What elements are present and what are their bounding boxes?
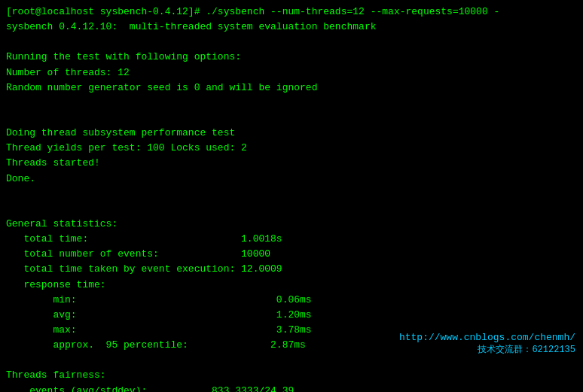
terminal-line-version: sysbench 0.4.12.10: multi-threaded syste… <box>6 20 577 35</box>
terminal-line-total-time: total time: 1.0018s <box>6 232 577 247</box>
terminal-line-yields: Thread yields per test: 100 Locks used: … <box>6 141 577 156</box>
terminal-line-threads: Number of threads: 12 <box>6 65 577 81</box>
terminal-line-response: response time: <box>6 278 577 293</box>
terminal-line-doing: Doing thread subsystem performance test <box>6 126 577 141</box>
terminal-line-events-fair: events (avg/stddev): 833.3333/24.39 <box>6 384 577 392</box>
terminal-line-done: Done. <box>6 172 577 187</box>
watermark-url: http://www.cnblogs.com/chenmh/ <box>399 332 575 343</box>
terminal-line-min: min: 0.06ms <box>6 293 577 308</box>
terminal-line-total-events: total number of events: 10000 <box>6 247 577 262</box>
terminal-line-started: Threads started! <box>6 156 577 171</box>
terminal-line-avg: avg: 1.20ms <box>6 308 577 323</box>
terminal-line-cmd: [root@localhost sysbench-0.4.12]# ./sysb… <box>6 5 577 20</box>
terminal-line-random: Random number generator seed is 0 and wi… <box>6 81 577 96</box>
terminal: [root@localhost sysbench-0.4.12]# ./sysb… <box>0 0 583 392</box>
terminal-line-general: General statistics: <box>6 217 577 232</box>
terminal-line-fairness: Threads fairness: <box>6 368 577 383</box>
terminal-line-running: Running the test with following options: <box>6 50 577 65</box>
watermark: http://www.cnblogs.com/chenmh/ 技术交流群：621… <box>399 332 575 356</box>
terminal-line-total-exec: total time taken by event execution: 12.… <box>6 262 577 277</box>
watermark-group: 技术交流群：62122135 <box>399 343 575 356</box>
